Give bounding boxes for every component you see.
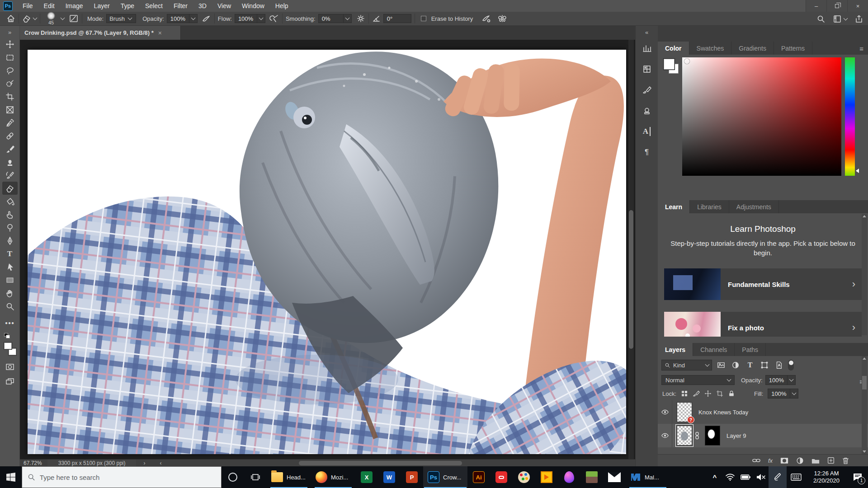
menu-filter[interactable]: Filter [168,0,193,12]
taskbar-paint3d[interactable] [558,466,580,488]
crop-tool[interactable] [2,90,18,103]
foreground-color-swatch[interactable] [663,58,675,70]
touch-keyboard-button[interactable] [787,466,806,488]
tab-channels[interactable]: Channels [693,343,735,356]
dodge-tool[interactable] [2,221,18,234]
lock-all-icon[interactable] [728,390,735,397]
smoothing-options-button[interactable] [356,14,365,23]
restore-button[interactable] [826,0,847,12]
taskbar-illustrator[interactable]: Ai [467,466,490,488]
angle-value[interactable]: 0° [383,14,411,23]
pen-tool[interactable] [2,234,18,247]
lock-pixels-icon[interactable] [693,390,700,397]
pressure-size-button[interactable] [481,14,491,23]
blend-mode-select[interactable]: Normal [661,375,735,385]
minimize-button[interactable]: – [806,0,826,12]
edit-toolbar-button[interactable]: ●●● [2,316,18,329]
action-center-button[interactable]: 1 [847,466,868,488]
smudge-tool[interactable] [2,208,18,221]
vertical-scrollbar-thumb[interactable] [629,210,633,349]
zoom-tool[interactable] [2,300,18,313]
tab-patterns[interactable]: Patterns [774,42,812,55]
close-document-icon[interactable]: × [158,29,162,37]
type-tool[interactable]: T [2,247,18,260]
brush-angle-control[interactable]: 0° [372,14,411,23]
hue-slider-pointer[interactable] [856,169,859,173]
status-chevron-right[interactable]: › [136,460,152,466]
clone-source-panel-icon[interactable] [640,103,654,118]
menu-edit[interactable]: Edit [38,0,60,12]
foreground-color-swatch[interactable] [4,342,12,350]
menu-layer[interactable]: Layer [89,0,115,12]
brush-tool[interactable] [2,142,18,155]
flow-value[interactable]: 100% [235,14,257,23]
layer-row-layer-9[interactable]: Layer 9 [658,424,868,447]
menu-view[interactable]: View [212,0,236,12]
canvas[interactable] [28,50,626,454]
menu-select[interactable]: Select [140,0,168,12]
taskbar-powerpoint[interactable]: P [401,466,423,488]
share-icon[interactable] [854,14,863,23]
taskbar-malwarebytes[interactable]: Mal... [626,466,670,488]
status-chevron-left[interactable]: ‹ [152,460,169,466]
taskbar-paint-app[interactable] [513,466,535,488]
layer-visibility-toggle[interactable] [658,424,672,447]
layer-row-knox-knews-today[interactable]: ? Knox Knews Today [658,400,868,424]
spot-healing-brush-tool[interactable] [2,129,18,142]
color-panel-swatches[interactable] [663,58,680,75]
hue-slider[interactable] [845,57,855,176]
brush-preset-picker[interactable]: 45 [43,12,64,25]
screen-mode-button[interactable] [2,375,18,388]
taskbar-word[interactable]: W [378,466,401,488]
new-layer-icon[interactable] [827,457,835,464]
layer-name[interactable]: Knox Knews Today [698,409,748,416]
tab-learn[interactable]: Learn [658,200,690,213]
history-brush-tool[interactable] [2,169,18,182]
lock-transparency-icon[interactable] [681,390,688,397]
object-selection-tool[interactable] [2,77,18,90]
filter-pixel-layers-button[interactable] [716,360,726,371]
smoothing-field[interactable]: 0% [318,14,352,23]
clone-stamp-tool[interactable] [2,155,18,169]
path-selection-tool[interactable] [2,260,18,273]
wifi-icon[interactable] [722,466,738,488]
expand-panels-button[interactable]: « [645,27,648,38]
rectangle-tool[interactable] [2,273,18,286]
taskbar-creative-cloud[interactable] [490,466,513,488]
close-button[interactable]: × [847,0,868,12]
workspace-switcher[interactable] [833,14,847,23]
lasso-tool[interactable] [2,64,18,77]
opacity-slider-button[interactable] [189,14,198,23]
color-picker-marker[interactable] [684,59,689,64]
opacity-slider-button[interactable] [788,375,796,385]
brush-settings-panel-icon[interactable] [640,83,654,97]
battery-icon[interactable] [738,466,753,488]
taskbar-clock[interactable]: 12:26 AM 2/20/2020 [806,470,847,484]
foreground-background-colors[interactable] [3,342,17,356]
layer-name[interactable]: Layer 9 [726,432,746,439]
tab-layers[interactable]: Layers [658,343,693,356]
menu-image[interactable]: Image [60,0,89,12]
flow-field[interactable]: 100% [235,14,265,23]
eraser-tool[interactable] [2,182,18,195]
filter-adjustment-layers-button[interactable] [730,360,741,371]
cortana-button[interactable] [222,466,244,488]
link-layers-icon[interactable] [752,457,760,464]
tray-expand-chevron[interactable]: ^ [707,466,722,488]
tab-adjustments[interactable]: Adjustments [729,200,779,213]
symmetry-button[interactable] [497,14,507,23]
lock-artboard-icon[interactable] [716,390,723,397]
learn-scrollbar[interactable] [862,214,867,335]
opacity-field[interactable]: 100% [167,14,198,23]
menu-help[interactable]: Help [270,0,294,12]
histogram-panel-icon[interactable] [640,41,654,56]
layers-scrollbar-thumb[interactable] [862,376,867,389]
layer-opacity-field[interactable]: 100% [765,375,796,385]
layer-fill-value[interactable]: 100% [768,389,790,399]
layer-fill-field[interactable]: 100% [768,389,798,399]
taskbar-photoshop[interactable]: Ps Crow... [423,466,467,488]
layers-scrollbar[interactable] [862,356,867,454]
tab-paths[interactable]: Paths [735,343,766,356]
layer-opacity-value[interactable]: 100% [765,375,788,385]
taskbar-firefox[interactable]: Mozi... [311,466,355,488]
